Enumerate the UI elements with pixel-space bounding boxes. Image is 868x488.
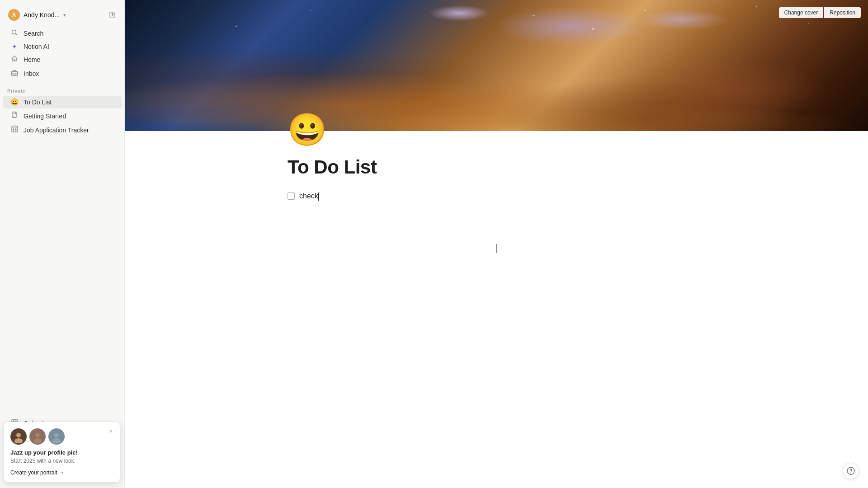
new-page-button[interactable] xyxy=(106,9,119,21)
sidebar-item-label: To Do List xyxy=(24,99,52,106)
sidebar-item-inbox[interactable]: Inbox xyxy=(3,67,122,80)
svg-point-12 xyxy=(14,438,23,443)
svg-point-17 xyxy=(847,467,854,474)
notification-close-button[interactable]: × xyxy=(106,427,115,436)
notification-title: Jazz up your profile pic! xyxy=(10,449,113,456)
change-cover-button[interactable]: Change cover xyxy=(779,7,824,18)
text-cursor xyxy=(318,192,319,201)
avatar: A xyxy=(8,9,20,21)
user-menu[interactable]: A Andy Knod... ▾ xyxy=(5,7,69,23)
home-icon xyxy=(10,55,19,64)
notification-avatars xyxy=(10,428,113,445)
table-icon xyxy=(10,126,19,134)
svg-point-15 xyxy=(54,433,59,437)
chevron-down-icon: ▾ xyxy=(63,12,66,18)
inbox-icon xyxy=(10,69,19,78)
main-content: Change cover Reposition 😀 To Do List che… xyxy=(125,0,868,488)
notification-link[interactable]: Create your portrait → xyxy=(10,469,113,476)
sidebar-item-getting-started[interactable]: Getting Started xyxy=(3,109,122,122)
help-float-button[interactable] xyxy=(843,463,859,479)
sidebar-item-label: Job Application Tracker xyxy=(24,127,89,134)
page-emoji[interactable]: 😀 xyxy=(288,114,705,145)
todo-item: check xyxy=(288,191,705,202)
sidebar-item-label: Getting Started xyxy=(24,113,66,120)
sidebar: A Andy Knod... ▾ Search ✦ Notio xyxy=(0,0,125,488)
user-name: Andy Knod... xyxy=(24,11,60,19)
document-icon xyxy=(10,112,19,120)
cover-buttons: Change cover Reposition xyxy=(779,7,861,18)
private-section-label: Private xyxy=(0,83,124,95)
svg-point-14 xyxy=(33,438,42,443)
svg-point-16 xyxy=(52,438,61,443)
sidebar-item-label: Home xyxy=(24,56,40,63)
todo-checkbox[interactable] xyxy=(288,192,295,200)
reposition-button[interactable]: Reposition xyxy=(824,7,861,18)
svg-point-11 xyxy=(16,433,21,437)
svg-point-18 xyxy=(850,472,851,473)
sidebar-item-notion-ai[interactable]: ✦ Notion AI xyxy=(3,41,122,52)
notification-popup: × Jazz up your profile p xyxy=(4,422,120,483)
sidebar-header: A Andy Knod... ▾ xyxy=(0,4,124,24)
page-title[interactable]: To Do List xyxy=(288,156,705,178)
sidebar-item-label: Inbox xyxy=(24,70,39,77)
notification-avatar-1 xyxy=(10,428,27,445)
sidebar-item-home[interactable]: Home xyxy=(3,53,122,66)
sidebar-item-job-tracker[interactable]: Job Application Tracker xyxy=(3,123,122,136)
sidebar-item-to-do-list[interactable]: 😀 To Do List xyxy=(3,96,122,108)
search-icon xyxy=(10,29,19,38)
content-area-cursor xyxy=(496,244,497,253)
main-nav: Search ✦ Notion AI Home Inb xyxy=(0,24,124,83)
page-emoji-icon: 😀 xyxy=(10,98,19,106)
sidebar-item-label: Search xyxy=(24,30,43,37)
svg-point-13 xyxy=(35,433,40,437)
cover-image: Change cover Reposition xyxy=(125,0,868,131)
notification-body: Start 2025 with a new look. xyxy=(10,457,113,465)
arrow-right-icon: → xyxy=(59,469,64,476)
notification-avatar-2 xyxy=(29,428,46,445)
svg-rect-3 xyxy=(12,126,18,132)
todo-text[interactable]: check xyxy=(299,192,705,201)
sidebar-item-search[interactable]: Search xyxy=(3,27,122,40)
notification-avatar-3 xyxy=(48,428,65,445)
sidebar-item-label: Notion AI xyxy=(24,43,49,50)
notion-ai-icon: ✦ xyxy=(10,43,19,50)
